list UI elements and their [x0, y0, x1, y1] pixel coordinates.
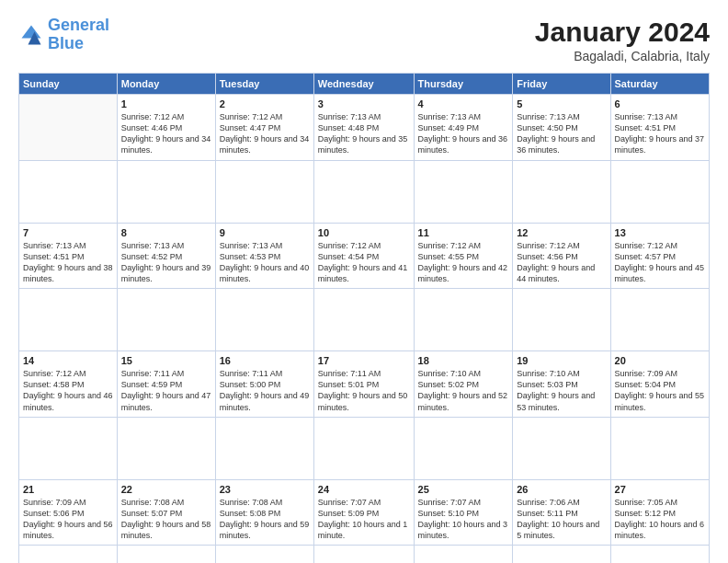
calendar-cell: 14Sunrise: 7:12 AM Sunset: 4:58 PM Dayli… — [19, 351, 118, 418]
day-info: Sunrise: 7:08 AM Sunset: 5:07 PM Dayligh… — [121, 497, 211, 542]
header: General Blue January 2024 Bagaladi, Cala… — [18, 17, 710, 63]
calendar-cell: 21Sunrise: 7:09 AM Sunset: 5:06 PM Dayli… — [19, 479, 118, 546]
subtitle: Bagaladi, Calabria, Italy — [535, 49, 710, 63]
calendar-cell: 16Sunrise: 7:11 AM Sunset: 5:00 PM Dayli… — [215, 351, 313, 418]
calendar-table: SundayMondayTuesdayWednesdayThursdayFrid… — [18, 73, 710, 563]
day-number: 8 — [121, 227, 211, 238]
day-info: Sunrise: 7:12 AM Sunset: 4:56 PM Dayligh… — [517, 240, 606, 285]
calendar-cell: 11Sunrise: 7:12 AM Sunset: 4:55 PM Dayli… — [414, 223, 513, 289]
day-info: Sunrise: 7:12 AM Sunset: 4:58 PM Dayligh… — [23, 368, 113, 413]
day-info: Sunrise: 7:05 AM Sunset: 5:12 PM Dayligh… — [615, 497, 705, 542]
day-info: Sunrise: 7:10 AM Sunset: 5:03 PM Dayligh… — [517, 368, 606, 413]
day-number: 18 — [418, 355, 509, 366]
day-number: 9 — [220, 227, 310, 238]
day-info: Sunrise: 7:08 AM Sunset: 5:08 PM Dayligh… — [220, 497, 310, 542]
logo: General Blue — [18, 17, 109, 53]
day-info: Sunrise: 7:09 AM Sunset: 5:06 PM Dayligh… — [23, 497, 113, 542]
day-number: 23 — [220, 484, 310, 495]
page: General Blue January 2024 Bagaladi, Cala… — [0, 0, 728, 563]
calendar-cell: 5Sunrise: 7:13 AM Sunset: 4:50 PM Daylig… — [513, 95, 610, 161]
day-info: Sunrise: 7:12 AM Sunset: 4:47 PM Dayligh… — [220, 111, 310, 156]
day-info: Sunrise: 7:11 AM Sunset: 5:01 PM Dayligh… — [318, 368, 410, 413]
day-number: 1 — [121, 98, 211, 109]
calendar-cell: 27Sunrise: 7:05 AM Sunset: 5:12 PM Dayli… — [610, 479, 709, 546]
calendar-cell: 24Sunrise: 7:07 AM Sunset: 5:09 PM Dayli… — [313, 479, 414, 546]
calendar-cell: 23Sunrise: 7:08 AM Sunset: 5:08 PM Dayli… — [215, 479, 313, 546]
calendar-cell: 12Sunrise: 7:12 AM Sunset: 4:56 PM Dayli… — [513, 223, 610, 289]
day-number: 2 — [220, 98, 310, 109]
day-number: 27 — [615, 484, 705, 495]
calendar-cell: 10Sunrise: 7:12 AM Sunset: 4:54 PM Dayli… — [313, 223, 414, 289]
calendar-cell: 19Sunrise: 7:10 AM Sunset: 5:03 PM Dayli… — [513, 351, 610, 418]
calendar-cell: 1Sunrise: 7:12 AM Sunset: 4:46 PM Daylig… — [117, 95, 215, 161]
calendar-cell: 3Sunrise: 7:13 AM Sunset: 4:48 PM Daylig… — [313, 95, 414, 161]
day-number: 11 — [418, 227, 509, 238]
calendar-cell: 6Sunrise: 7:13 AM Sunset: 4:51 PM Daylig… — [610, 95, 709, 161]
day-info: Sunrise: 7:11 AM Sunset: 5:00 PM Dayligh… — [220, 368, 310, 413]
day-info: Sunrise: 7:11 AM Sunset: 4:59 PM Dayligh… — [121, 368, 211, 413]
day-number: 14 — [23, 355, 113, 366]
calendar-cell: 18Sunrise: 7:10 AM Sunset: 5:02 PM Dayli… — [414, 351, 513, 418]
day-number: 22 — [121, 484, 211, 495]
day-info: Sunrise: 7:13 AM Sunset: 4:53 PM Dayligh… — [220, 240, 310, 285]
calendar-cell: 13Sunrise: 7:12 AM Sunset: 4:57 PM Dayli… — [610, 223, 709, 289]
day-number: 24 — [318, 484, 410, 495]
calendar-cell: 4Sunrise: 7:13 AM Sunset: 4:49 PM Daylig… — [414, 95, 513, 161]
day-info: Sunrise: 7:07 AM Sunset: 5:10 PM Dayligh… — [418, 497, 509, 542]
day-number: 7 — [23, 227, 113, 238]
day-number: 17 — [318, 355, 410, 366]
day-number: 19 — [517, 355, 606, 366]
day-info: Sunrise: 7:12 AM Sunset: 4:54 PM Dayligh… — [318, 240, 410, 285]
weekday-header-saturday: Saturday — [610, 74, 709, 95]
day-number: 20 — [615, 355, 705, 366]
day-info: Sunrise: 7:13 AM Sunset: 4:52 PM Dayligh… — [121, 240, 211, 285]
calendar-cell: 22Sunrise: 7:08 AM Sunset: 5:07 PM Dayli… — [117, 479, 215, 546]
day-info: Sunrise: 7:13 AM Sunset: 4:48 PM Dayligh… — [318, 111, 410, 156]
day-info: Sunrise: 7:13 AM Sunset: 4:51 PM Dayligh… — [615, 111, 705, 156]
day-info: Sunrise: 7:12 AM Sunset: 4:55 PM Dayligh… — [418, 240, 509, 285]
day-number: 10 — [318, 227, 410, 238]
day-info: Sunrise: 7:13 AM Sunset: 4:51 PM Dayligh… — [23, 240, 113, 285]
day-info: Sunrise: 7:13 AM Sunset: 4:49 PM Dayligh… — [418, 111, 509, 156]
svg-marker-0 — [22, 25, 41, 38]
logo-line1: General — [48, 16, 109, 34]
day-info: Sunrise: 7:06 AM Sunset: 5:11 PM Dayligh… — [517, 497, 606, 542]
calendar-cell: 26Sunrise: 7:06 AM Sunset: 5:11 PM Dayli… — [513, 479, 610, 546]
calendar-cell: 9Sunrise: 7:13 AM Sunset: 4:53 PM Daylig… — [215, 223, 313, 289]
day-info: Sunrise: 7:09 AM Sunset: 5:04 PM Dayligh… — [615, 368, 705, 413]
day-number: 3 — [318, 98, 410, 109]
weekday-header-wednesday: Wednesday — [313, 74, 414, 95]
day-number: 5 — [517, 98, 606, 109]
day-number: 16 — [220, 355, 310, 366]
day-number: 4 — [418, 98, 509, 109]
day-info: Sunrise: 7:13 AM Sunset: 4:50 PM Dayligh… — [517, 111, 606, 156]
calendar-cell: 7Sunrise: 7:13 AM Sunset: 4:51 PM Daylig… — [19, 223, 118, 289]
day-number: 13 — [615, 227, 705, 238]
calendar-cell: 25Sunrise: 7:07 AM Sunset: 5:10 PM Dayli… — [414, 479, 513, 546]
weekday-header-tuesday: Tuesday — [215, 74, 313, 95]
logo-text: General Blue — [48, 17, 109, 53]
weekday-header-thursday: Thursday — [414, 74, 513, 95]
title-block: January 2024 Bagaladi, Calabria, Italy — [535, 17, 710, 63]
main-title: January 2024 — [535, 17, 710, 47]
calendar-cell: 8Sunrise: 7:13 AM Sunset: 4:52 PM Daylig… — [117, 223, 215, 289]
day-info: Sunrise: 7:10 AM Sunset: 5:02 PM Dayligh… — [418, 368, 509, 413]
day-number: 25 — [418, 484, 509, 495]
day-info: Sunrise: 7:12 AM Sunset: 4:46 PM Dayligh… — [121, 111, 211, 156]
day-number: 12 — [517, 227, 606, 238]
calendar-cell: 2Sunrise: 7:12 AM Sunset: 4:47 PM Daylig… — [215, 95, 313, 161]
calendar-cell — [19, 95, 118, 161]
weekday-header-sunday: Sunday — [19, 74, 118, 95]
day-number: 21 — [23, 484, 113, 495]
weekday-header-monday: Monday — [117, 74, 215, 95]
calendar-cell: 15Sunrise: 7:11 AM Sunset: 4:59 PM Dayli… — [117, 351, 215, 418]
day-number: 15 — [121, 355, 211, 366]
day-number: 6 — [615, 98, 705, 109]
day-info: Sunrise: 7:07 AM Sunset: 5:09 PM Dayligh… — [318, 497, 410, 542]
calendar-cell: 20Sunrise: 7:09 AM Sunset: 5:04 PM Dayli… — [610, 351, 709, 418]
day-info: Sunrise: 7:12 AM Sunset: 4:57 PM Dayligh… — [615, 240, 705, 285]
weekday-header-friday: Friday — [513, 74, 610, 95]
day-number: 26 — [517, 484, 606, 495]
logo-icon — [18, 22, 44, 48]
logo-line2: Blue — [48, 34, 84, 52]
